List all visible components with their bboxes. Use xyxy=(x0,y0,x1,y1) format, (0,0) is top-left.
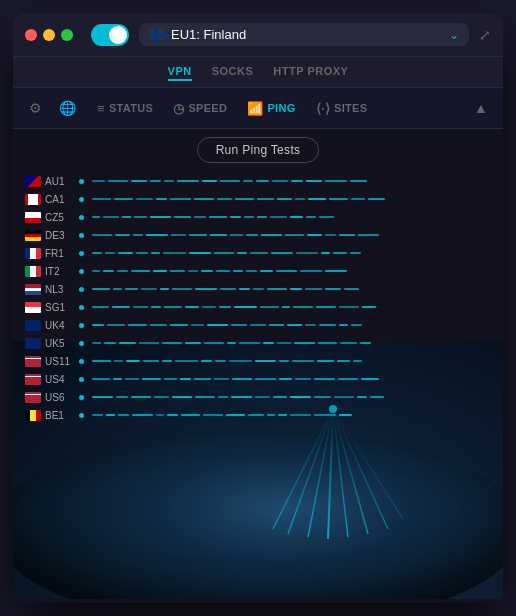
maximize-button[interactable] xyxy=(61,29,73,41)
server-code-label: UK4 xyxy=(45,320,75,331)
server-row[interactable]: UK4 xyxy=(25,317,491,333)
ping-bar xyxy=(325,234,336,236)
ping-bar xyxy=(237,252,247,254)
ping-bar xyxy=(257,216,267,218)
ping-bar xyxy=(250,324,267,326)
tab-socks[interactable]: SOCKS xyxy=(212,63,254,81)
ping-bar xyxy=(318,342,337,344)
server-row[interactable]: US11 xyxy=(25,353,491,369)
nav-tabs: ⚙ 🌐 ≡ STATUS ◷ SPEED 📶 PING ⟨·⟩ SITES ▲ xyxy=(13,88,503,129)
minimize-button[interactable] xyxy=(43,29,55,41)
tab-speed[interactable]: ◷ SPEED xyxy=(165,97,235,120)
ping-bar xyxy=(195,288,217,290)
ping-bar xyxy=(210,234,227,236)
ping-bar xyxy=(105,252,115,254)
tab-ping[interactable]: 📶 PING xyxy=(239,97,303,120)
ping-indicator-dot xyxy=(79,215,84,220)
ping-bar xyxy=(243,180,253,182)
ping-bar xyxy=(131,270,150,272)
ping-bar xyxy=(141,288,157,290)
status-icon: ≡ xyxy=(97,101,105,116)
ping-bar xyxy=(319,324,337,326)
ping-bar xyxy=(290,216,303,218)
ping-indicator-dot xyxy=(79,233,84,238)
tab-status[interactable]: ≡ STATUS xyxy=(89,97,161,120)
server-row[interactable]: IT2 xyxy=(25,263,491,279)
ping-indicator-dot xyxy=(79,323,84,328)
ping-bar xyxy=(272,180,289,182)
ping-bar xyxy=(113,378,122,380)
ping-bar xyxy=(92,342,101,344)
ping-bar xyxy=(156,414,165,416)
ping-bar xyxy=(239,342,261,344)
vpn-toggle[interactable] xyxy=(91,24,129,46)
server-flag-icon xyxy=(25,194,41,205)
server-row[interactable]: CZ5 xyxy=(25,209,491,225)
toggle-switch[interactable] xyxy=(91,24,129,46)
ping-bar xyxy=(131,396,152,398)
ping-bar xyxy=(256,180,268,182)
ping-bar xyxy=(174,216,191,218)
ping-bars xyxy=(88,252,491,254)
ping-bar xyxy=(308,198,326,200)
server-selector[interactable]: EU1: Finland ⌄ xyxy=(139,23,469,46)
ping-bars xyxy=(88,306,491,308)
ping-bar xyxy=(246,234,258,236)
ping-bar xyxy=(136,252,149,254)
ping-bar xyxy=(230,216,241,218)
ping-bar xyxy=(295,378,311,380)
ping-bar xyxy=(370,396,384,398)
server-row[interactable]: UK5 xyxy=(25,335,491,351)
ping-bar xyxy=(226,414,244,416)
ping-bar xyxy=(133,306,148,308)
settings-gear-button[interactable]: ⚙ xyxy=(21,94,49,122)
run-ping-tests-button[interactable]: Run Ping Tests xyxy=(197,137,320,163)
ping-bar xyxy=(172,396,191,398)
ping-bar xyxy=(175,360,198,362)
ping-bar xyxy=(189,234,207,236)
close-button[interactable] xyxy=(25,29,37,41)
ping-bar xyxy=(340,342,356,344)
server-flag-icon xyxy=(25,410,41,421)
server-row[interactable]: CA1 xyxy=(25,191,491,207)
server-row[interactable]: US6 xyxy=(25,389,491,405)
globe-button[interactable]: 🌐 xyxy=(53,94,81,122)
ping-bar xyxy=(125,288,138,290)
ping-bar xyxy=(290,414,311,416)
server-code-label: US6 xyxy=(45,392,75,403)
ping-bars xyxy=(88,270,491,272)
ping-bar xyxy=(231,396,253,398)
ping-bar xyxy=(172,288,192,290)
ping-bar xyxy=(267,414,275,416)
server-row[interactable]: BE1 xyxy=(25,407,491,423)
server-row[interactable]: US4 xyxy=(25,371,491,387)
ping-bar xyxy=(231,324,247,326)
tab-speed-label: SPEED xyxy=(188,102,227,114)
ping-indicator-dot xyxy=(79,197,84,202)
expand-icon[interactable]: ⤢ xyxy=(479,27,491,43)
ping-bar xyxy=(107,324,126,326)
server-row[interactable]: AU1 xyxy=(25,173,491,189)
ping-bar xyxy=(368,198,385,200)
server-row[interactable]: FR1 xyxy=(25,245,491,261)
ping-bars xyxy=(88,360,491,362)
ping-bars xyxy=(88,342,491,344)
server-row[interactable]: NL3 xyxy=(25,281,491,297)
collapse-button[interactable]: ▲ xyxy=(467,94,495,122)
server-name: EU1: Finland xyxy=(171,27,443,42)
ping-bar xyxy=(306,216,316,218)
server-row[interactable]: SG1 xyxy=(25,299,491,315)
ping-bars xyxy=(88,216,491,218)
tab-sites[interactable]: ⟨·⟩ SITES xyxy=(308,97,376,120)
ping-bar xyxy=(290,288,302,290)
tab-http-proxy[interactable]: HTTP PROXY xyxy=(273,63,348,81)
ping-bar xyxy=(92,234,112,236)
ping-bar xyxy=(188,270,198,272)
ping-bar xyxy=(339,414,352,416)
ping-indicator-dot xyxy=(79,341,84,346)
ping-bar xyxy=(273,396,287,398)
server-row[interactable]: DE3 xyxy=(25,227,491,243)
tab-vpn[interactable]: VPN xyxy=(168,63,192,81)
ping-bar xyxy=(314,378,335,380)
server-code-label: US4 xyxy=(45,374,75,385)
